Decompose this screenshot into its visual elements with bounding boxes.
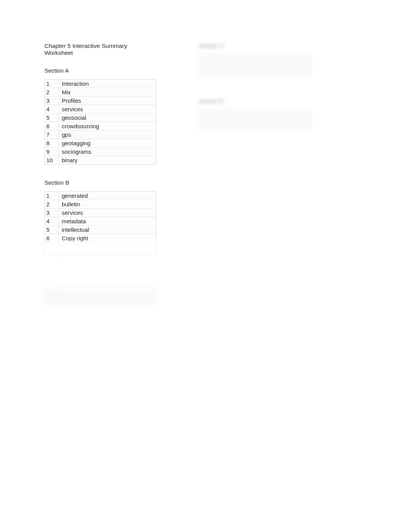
- left-column: Chapter 5 Interactive Summary Worksheet …: [44, 42, 156, 320]
- row-number: [199, 114, 213, 116]
- row-value: [213, 65, 310, 66]
- row-value: [59, 252, 156, 253]
- section-b-clear-rows: 1generated2bulletin3services4metadata5in…: [45, 192, 156, 242]
- row-number: 1: [45, 192, 59, 200]
- table-row: 4services: [45, 105, 156, 114]
- row-number: [199, 65, 213, 66]
- row-value: [213, 66, 310, 68]
- row-value: services: [59, 105, 156, 113]
- row-number: [199, 118, 213, 119]
- table-row: [45, 254, 156, 255]
- section-a: Section A 1Interaction2Mix3Profiles4serv…: [44, 67, 156, 165]
- row-value: metadata: [59, 217, 156, 225]
- row-value: [59, 244, 156, 246]
- row-value: [213, 112, 310, 114]
- row-number: [199, 110, 213, 112]
- row-number: [45, 254, 59, 255]
- section-e-table: [199, 110, 311, 129]
- row-number: [45, 248, 59, 250]
- row-value: [213, 116, 310, 117]
- table-row: 3services: [45, 209, 156, 217]
- row-value: [213, 124, 310, 125]
- row-number: [199, 72, 213, 74]
- row-value: [59, 303, 156, 304]
- row-number: 3: [45, 97, 59, 105]
- row-number: [199, 55, 213, 56]
- table-row: [199, 74, 310, 76]
- row-value: [213, 68, 310, 70]
- row-value: [59, 242, 156, 244]
- row-value: [213, 114, 310, 116]
- row-number: 2: [45, 200, 59, 208]
- row-value: [213, 59, 310, 60]
- section-b-heading: Section B: [44, 179, 156, 186]
- row-number: 10: [45, 156, 59, 164]
- row-number: [199, 61, 213, 62]
- row-value: [59, 293, 156, 295]
- table-row: 7gps: [45, 131, 156, 139]
- row-number: [199, 126, 213, 127]
- section-d-heading: Section D: [199, 42, 311, 49]
- row-value: generated: [59, 192, 156, 200]
- page-title: Chapter 5 Interactive Summary Worksheet: [44, 42, 156, 56]
- row-number: [199, 57, 213, 58]
- row-value: [213, 122, 310, 123]
- row-value: geotagging: [59, 139, 156, 147]
- row-number: [199, 127, 213, 129]
- row-value: [213, 72, 310, 74]
- row-value: Mix: [59, 88, 156, 96]
- row-number: 7: [45, 131, 59, 139]
- row-value: [213, 70, 310, 72]
- row-value: [213, 120, 310, 121]
- section-a-heading: Section A: [44, 67, 156, 74]
- row-number: [199, 120, 213, 121]
- table-row: 5intellectual: [45, 226, 156, 234]
- row-number: [45, 291, 59, 293]
- row-value: [59, 301, 156, 303]
- section-e-heading: Section E: [199, 98, 311, 104]
- row-value: geosocial: [59, 114, 156, 122]
- row-value: [213, 61, 310, 62]
- row-number: [45, 303, 59, 304]
- row-value: [59, 254, 156, 255]
- row-value: services: [59, 209, 156, 217]
- table-row: 5geosocial: [45, 114, 156, 122]
- row-value: [213, 63, 310, 64]
- row-number: [199, 63, 213, 64]
- row-number: [45, 293, 59, 295]
- table-row: 1generated: [45, 192, 156, 200]
- row-number: 6: [45, 122, 59, 130]
- row-number: [45, 289, 59, 291]
- row-value: [213, 57, 310, 58]
- table-row: 6crowdsourcing: [45, 122, 156, 131]
- row-value: Copy right: [59, 234, 156, 242]
- row-number: 3: [45, 209, 59, 217]
- row-number: 1: [45, 80, 59, 88]
- section-b-table: 1generated2bulletin3services4metadata5in…: [44, 191, 156, 256]
- row-value: [59, 291, 156, 293]
- row-value: [59, 297, 156, 299]
- row-number: [199, 70, 213, 72]
- row-value: [59, 248, 156, 250]
- right-column: Section D Section E: [199, 42, 311, 144]
- row-number: [45, 295, 59, 297]
- section-b-hidden-rows: [45, 242, 156, 255]
- row-number: [199, 66, 213, 68]
- row-value: Interaction: [59, 80, 156, 88]
- row-number: [45, 246, 59, 248]
- row-number: [199, 122, 213, 123]
- row-number: [199, 112, 213, 114]
- table-row: 2bulletin: [45, 200, 156, 209]
- row-number: [199, 74, 213, 76]
- row-number: [45, 252, 59, 253]
- table-row: 1Interaction: [45, 80, 156, 88]
- table-row: 10binary: [45, 156, 156, 164]
- row-value: [59, 250, 156, 252]
- row-number: 5: [45, 114, 59, 122]
- row-number: 2: [45, 88, 59, 96]
- row-value: [59, 299, 156, 301]
- table-row: [199, 127, 310, 129]
- section-d-table: [199, 54, 311, 76]
- row-value: [213, 55, 310, 56]
- row-number: 9: [45, 148, 59, 156]
